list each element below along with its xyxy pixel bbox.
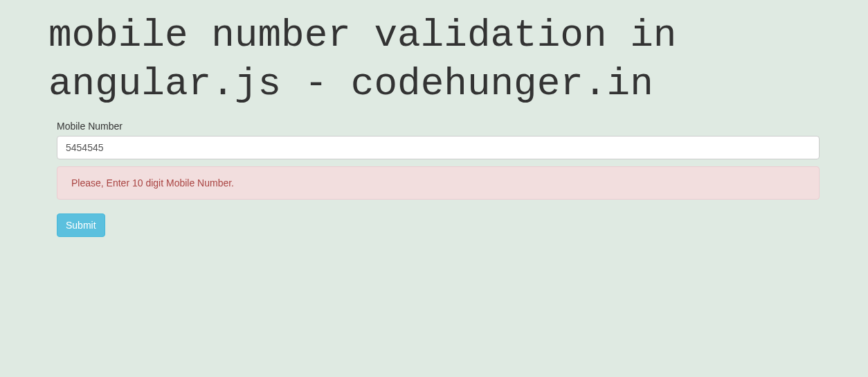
mobile-number-input[interactable]: [57, 136, 820, 159]
submit-button[interactable]: Submit: [57, 213, 105, 237]
page-title: mobile number validation in angular.js -…: [0, 0, 868, 108]
validation-error-message: Please, Enter 10 digit Mobile Number.: [57, 166, 820, 200]
mobile-number-label: Mobile Number: [57, 121, 820, 132]
form-container: Mobile Number Please, Enter 10 digit Mob…: [0, 108, 868, 237]
